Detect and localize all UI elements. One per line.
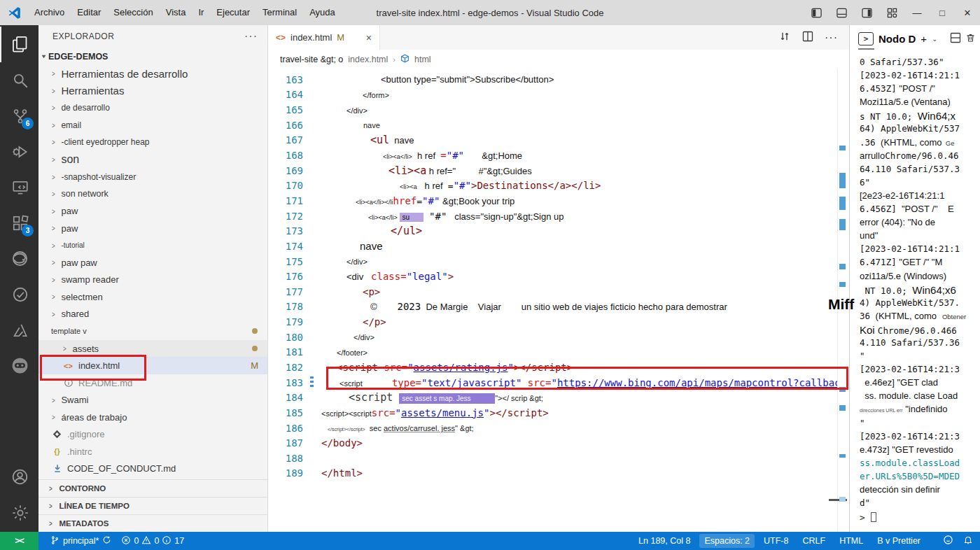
activity-extensions-icon[interactable]: 3 (0, 205, 38, 241)
file-item-index-html[interactable]: <>index.htmlM (38, 357, 267, 374)
activity-explorer-icon[interactable] (0, 27, 38, 62)
terminal-dropdown-icon[interactable]: ⌄ (932, 35, 937, 43)
terminal-title[interactable]: Nodo D (878, 33, 916, 45)
activity-testing-icon[interactable] (0, 276, 38, 312)
status-b-v-prettier[interactable]: B v Prettier (872, 532, 925, 550)
activity-run-debug-icon[interactable] (0, 134, 38, 169)
folder-item-paw[interactable]: >paw (38, 202, 267, 220)
overview-ruler[interactable] (837, 69, 849, 532)
status-utf-8[interactable]: UTF-8 (759, 532, 793, 550)
close-button[interactable]: ✕ (955, 0, 980, 25)
tab-index-html[interactable]: <> index.html M × (268, 25, 380, 50)
code-line-180[interactable]: 180</div> (268, 330, 837, 345)
folder-item-email[interactable]: >email (38, 117, 267, 134)
breadcrumb-symbol[interactable]: html (414, 55, 431, 64)
menu-vista[interactable]: Vista (160, 0, 192, 25)
code-editor[interactable]: 163<button type="submit">Subscribe</butt… (268, 69, 849, 532)
bell-icon[interactable] (963, 535, 973, 547)
minimize-button[interactable]: — (904, 0, 930, 25)
terminal-icon[interactable]: > (858, 32, 874, 45)
status-espacios-2[interactable]: Espacios: 2 (699, 534, 755, 548)
explorer-more-actions-button[interactable]: ··· (244, 30, 258, 43)
code-line-163[interactable]: 163<button type="submit">Subscribe</butt… (268, 72, 837, 87)
folder-item-reas-de-trabajo[interactable]: >áreas de trabajo (38, 409, 267, 426)
problems-item[interactable]: 0 0 17 (116, 532, 189, 550)
folder-item-paw[interactable]: >paw (38, 220, 267, 237)
folder-item-selectmen[interactable]: >selectmen (38, 288, 267, 306)
code-line-184[interactable]: 184<script sec asset s map. Jess "></ sc… (268, 390, 837, 405)
menu-ir[interactable]: Ir (192, 0, 210, 25)
folder-item-tutorial[interactable]: >-tutorial (38, 237, 267, 254)
layout-panel-button[interactable] (829, 0, 854, 25)
section-metadatos[interactable]: >METADATOS (38, 514, 267, 532)
code-line-178[interactable]: 178© 2023 De Margie Viajar un sitio web … (268, 299, 837, 315)
code-line-174[interactable]: 174nave (268, 239, 837, 254)
code-line-165[interactable]: 165</div> (268, 102, 837, 118)
code-line-179[interactable]: 179</p> (268, 314, 837, 330)
activity-remote-explorer-icon[interactable] (0, 169, 38, 205)
section-l-nea-de-tiempo[interactable]: >LÍNEA DE TIEMPO (38, 497, 267, 514)
status-ln-189-col-8[interactable]: Ln 189, Col 8 (634, 532, 695, 550)
folder-item-paw-paw[interactable]: >paw paw (38, 254, 267, 272)
status-html[interactable]: HTML (834, 532, 868, 550)
code-line-182[interactable]: 182<script src="assets/rating.js"></scri… (268, 360, 837, 375)
menu-archivo[interactable]: Archivo (28, 0, 71, 25)
code-line-183[interactable]: 183<script type="text/javascript" src="h… (268, 375, 837, 390)
activity-edge-devtools-icon[interactable] (0, 241, 38, 276)
activity-settings-icon[interactable] (0, 495, 38, 530)
layout-sidebar-left-button[interactable] (804, 0, 829, 25)
activity-azure-icon[interactable] (0, 312, 38, 348)
more-actions-icon[interactable]: ··· (825, 31, 838, 44)
folder-item-template-v[interactable]: template v (38, 323, 267, 340)
file-item-gitignore[interactable]: .gitignore (38, 425, 267, 443)
folder-item-herramientas[interactable]: >Herramientas (38, 83, 267, 100)
code-line-188[interactable]: 188 (268, 451, 837, 466)
section-contorno[interactable]: >CONTORNO (38, 479, 267, 497)
folder-item-shared[interactable]: >shared (38, 306, 267, 323)
folder-item-swamp-reader[interactable]: >swamp reader (38, 272, 267, 289)
code-line-186[interactable]: 186</script></script> sec activos/carrus… (268, 421, 837, 436)
folder-item-son[interactable]: >son (38, 151, 267, 169)
menu-selecci-n[interactable]: Selección (107, 0, 159, 25)
split-editor-icon[interactable] (802, 31, 813, 45)
terminal-output[interactable]: 0 Safari/537.36"[2023-02-16T14:21:16.453… (850, 52, 980, 532)
folder-item-de-desarrollo[interactable]: >de desarrollo (38, 99, 267, 117)
code-line-167[interactable]: 167<ul nave (268, 133, 837, 148)
kill-terminal-icon[interactable] (965, 32, 976, 45)
menu-ejecutar[interactable]: Ejecutar (210, 0, 256, 25)
feedback-icon[interactable] (943, 535, 953, 547)
layout-sidebar-right-button[interactable] (854, 0, 879, 25)
git-branch-item[interactable]: principal* (46, 532, 116, 550)
activity-source-control-icon[interactable]: 6 (0, 98, 38, 134)
code-line-176[interactable]: 176<div class="legal"> (268, 269, 837, 284)
folder-item-herramientas-de-desarrollo[interactable]: >Herramientas de desarrollo (38, 65, 267, 83)
layout-customize-button[interactable] (879, 0, 904, 25)
activity-github-icon[interactable] (0, 348, 38, 383)
code-line-177[interactable]: 177<p> (268, 284, 837, 299)
activity-search-icon[interactable] (0, 62, 38, 98)
split-terminal-icon[interactable] (950, 32, 961, 45)
remote-indicator[interactable]: >< (0, 532, 38, 550)
folder-item-snapshot-visualizer[interactable]: >-snapshot-visualizer (38, 168, 267, 185)
code-line-168[interactable]: 168<li><a</li> h ref ="#" &gt;Home (268, 148, 837, 163)
breadcrumb-folder[interactable]: travel-site &gt; o (280, 55, 343, 64)
folder-item-swami[interactable]: >Swami (38, 391, 267, 409)
workspace-root-row[interactable]: ▾ EDGE-DEMOS (38, 48, 267, 65)
code-line-164[interactable]: 164</form> (268, 87, 837, 103)
menu-editar[interactable]: Editar (71, 0, 107, 25)
code-line-189[interactable]: 189</html> (268, 466, 837, 481)
code-line-175[interactable]: 175</div> (268, 254, 837, 269)
maximize-button[interactable]: □ (930, 0, 955, 25)
code-line-169[interactable]: 169<li><a h ref=" #"&gt;Guides (268, 163, 837, 178)
tab-close-icon[interactable]: × (366, 32, 372, 43)
code-line-185[interactable]: 185<script><scriptsrc="assets/menu.js"><… (268, 405, 837, 421)
file-item-hintrc[interactable]: {}.hintrc (38, 443, 267, 460)
code-line-170[interactable]: 170<li><a h ref ="#">Destinations</a></l… (268, 178, 837, 193)
code-line-173[interactable]: 173</ul> (268, 223, 837, 239)
menu-terminal[interactable]: Terminal (256, 0, 303, 25)
file-item-code-of-conduct-md[interactable]: CODE_OF_CONDUCT.md (38, 460, 267, 478)
code-line-171[interactable]: 171<li><a</li></lihref="#" &gt;Book your… (268, 193, 837, 209)
status-crlf[interactable]: CRLF (797, 532, 830, 550)
folder-item-client-eyedropper-heap[interactable]: >-client eyedropper heap (38, 134, 267, 151)
file-item-readme-md[interactable]: README.md (38, 374, 267, 392)
